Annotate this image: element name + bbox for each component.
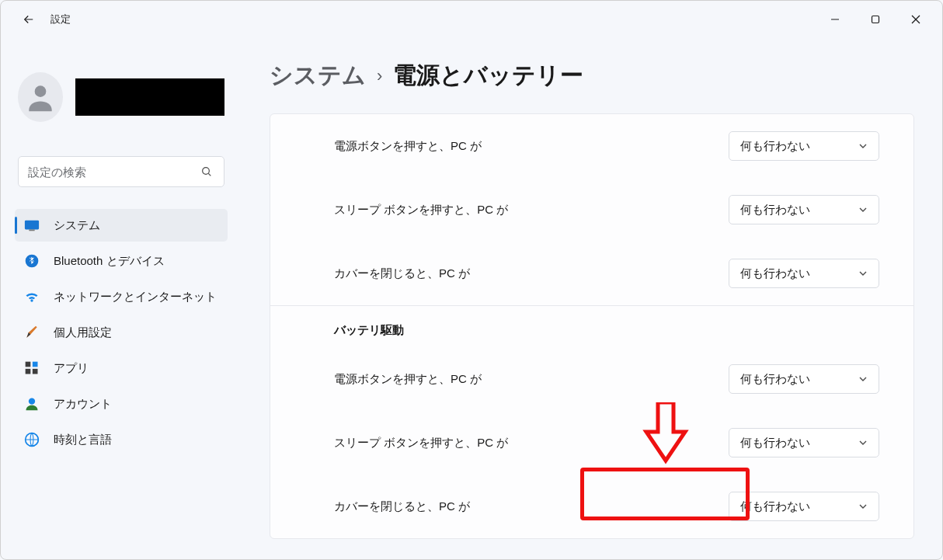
svg-line-6: [208, 173, 211, 176]
bluetooth-icon: [24, 253, 40, 269]
select-value: 何も行わない: [740, 139, 810, 154]
account-icon: [24, 396, 40, 412]
select-value: 何も行わない: [740, 203, 810, 217]
sidebar-item-label: Bluetooth とデバイス: [54, 254, 165, 269]
back-button[interactable]: [21, 12, 37, 27]
main: システム › 電源とバッテリー 電源ボタンを押すと、PC が 何も行わない スリ…: [242, 38, 942, 559]
sidebar: システム Bluetooth とデバイス ネットワークとインターネット 個人用設…: [1, 38, 242, 559]
select-value: 何も行わない: [740, 436, 810, 450]
setting-row-lid-close-battery: カバーを閉じると、PC が 何も行わない: [270, 475, 913, 538]
profile-name-redacted: [75, 78, 224, 116]
sidebar-item-label: アプリ: [54, 361, 89, 376]
sidebar-item-label: アカウント: [54, 397, 112, 412]
search-input[interactable]: [28, 165, 199, 179]
chevron-down-icon: [858, 140, 868, 153]
profile: [15, 38, 228, 141]
sidebar-item-bluetooth[interactable]: Bluetooth とデバイス: [15, 245, 228, 277]
chevron-down-icon: [858, 203, 868, 217]
select-lid-close-plugged[interactable]: 何も行わない: [729, 259, 879, 288]
avatar: [18, 72, 63, 122]
sidebar-item-label: 個人用設定: [54, 325, 112, 340]
chevron-right-icon: ›: [377, 66, 382, 86]
setting-label: カバーを閉じると、PC が: [334, 499, 470, 514]
setting-label: 電源ボタンを押すと、PC が: [334, 139, 482, 154]
setting-row-sleep-button-plugged: スリープ ボタンを押すと、PC が 何も行わない: [270, 178, 913, 242]
nav: システム Bluetooth とデバイス ネットワークとインターネット 個人用設…: [15, 209, 228, 456]
svg-rect-8: [29, 229, 34, 231]
svg-point-4: [35, 85, 47, 97]
select-power-button-plugged[interactable]: 何も行わない: [729, 131, 879, 161]
svg-rect-1: [872, 16, 879, 23]
search-icon: [199, 164, 214, 179]
svg-point-5: [203, 168, 210, 175]
setting-label: カバーを閉じると、PC が: [334, 266, 470, 281]
setting-row-power-button-battery: 電源ボタンを押すと、PC が 何も行わない: [270, 347, 913, 411]
setting-label: 電源ボタンを押すと、PC が: [334, 372, 482, 387]
search-input-wrap[interactable]: [18, 156, 224, 187]
setting-row-lid-close-plugged: カバーを閉じると、PC が 何も行わない: [270, 242, 913, 305]
select-sleep-button-plugged[interactable]: 何も行わない: [729, 195, 879, 224]
wifi-icon: [24, 289, 40, 304]
titlebar: 設定: [1, 1, 942, 38]
system-icon: [24, 217, 40, 233]
select-value: 何も行わない: [740, 266, 810, 281]
sidebar-item-apps[interactable]: アプリ: [15, 352, 228, 384]
svg-rect-12: [26, 369, 31, 374]
select-value: 何も行わない: [740, 499, 810, 514]
select-power-button-battery[interactable]: 何も行わない: [729, 364, 879, 394]
chevron-down-icon: [858, 500, 868, 513]
sidebar-item-label: システム: [54, 218, 100, 233]
chevron-down-icon: [858, 437, 868, 450]
svg-rect-13: [33, 369, 38, 374]
sidebar-item-label: 時刻と言語: [54, 433, 112, 447]
setting-row-power-button-plugged: 電源ボタンを押すと、PC が 何も行わない: [270, 114, 913, 178]
paintbrush-icon: [24, 325, 40, 340]
sidebar-item-network[interactable]: ネットワークとインターネット: [15, 280, 228, 313]
setting-row-sleep-button-battery: スリープ ボタンを押すと、PC が 何も行わない: [270, 411, 913, 475]
svg-point-14: [29, 398, 35, 405]
app-title: 設定: [50, 12, 71, 26]
sidebar-item-system[interactable]: システム: [15, 209, 228, 242]
svg-rect-10: [26, 362, 31, 367]
page-title: 電源とバッテリー: [393, 60, 583, 92]
breadcrumb-parent[interactable]: システム: [270, 60, 366, 92]
maximize-button[interactable]: [855, 4, 896, 35]
chevron-down-icon: [858, 267, 868, 280]
setting-label: スリープ ボタンを押すと、PC が: [334, 203, 508, 217]
chevron-down-icon: [858, 373, 868, 386]
sidebar-item-personalization[interactable]: 個人用設定: [15, 316, 228, 349]
sidebar-item-label: ネットワークとインターネット: [54, 290, 217, 304]
close-button[interactable]: [896, 4, 936, 35]
svg-rect-11: [33, 362, 38, 367]
sidebar-item-accounts[interactable]: アカウント: [15, 388, 228, 420]
breadcrumb: システム › 電源とバッテリー: [270, 60, 914, 92]
sidebar-item-time-language[interactable]: 時刻と言語: [15, 423, 228, 456]
time-language-icon: [24, 432, 40, 447]
svg-rect-7: [25, 221, 39, 230]
select-lid-close-battery[interactable]: 何も行わない: [729, 492, 879, 521]
section-header-battery: バッテリ駆動: [270, 305, 913, 347]
apps-icon: [24, 360, 40, 376]
power-settings-panel: 電源ボタンを押すと、PC が 何も行わない スリープ ボタンを押すと、PC が …: [270, 113, 914, 539]
select-sleep-button-battery[interactable]: 何も行わない: [729, 428, 879, 457]
setting-label: スリープ ボタンを押すと、PC が: [334, 436, 508, 450]
minimize-button[interactable]: [815, 4, 855, 35]
select-value: 何も行わない: [740, 372, 810, 387]
